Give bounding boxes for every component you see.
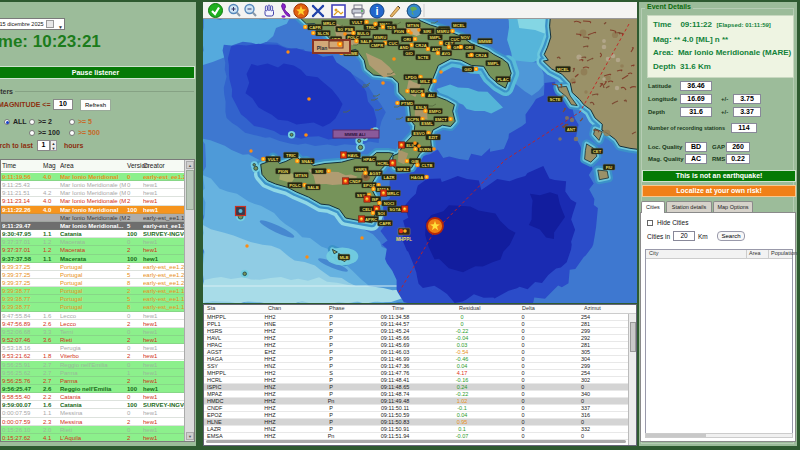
svg-text:CUC: CUC [450,37,459,42]
svg-text:PTMD: PTMD [401,101,413,106]
svg-text:ANT: ANT [432,47,441,52]
svg-text:CUC: CUC [388,41,397,46]
svg-text:CNDF: CNDF [349,179,361,184]
svg-text:CLTB: CLTB [422,163,433,168]
svg-text:TRIC: TRIC [286,153,296,158]
svg-text:MLB: MLB [339,255,348,260]
svg-text:SGTA: SGTA [389,207,400,212]
svg-text:ORI: ORI [403,37,410,42]
svg-text:MMME ALI: MMME ALI [344,132,365,137]
svg-text:ECPN: ECPN [407,117,419,122]
svg-text:MTSN: MTSN [407,23,419,28]
svg-text:PLAC: PLAC [497,77,508,82]
svg-text:ISP: ISP [372,197,379,202]
svg-text:CET: CET [593,149,602,154]
svg-text:MRLC: MRLC [323,21,335,26]
svg-text:SIRI: SIRI [423,29,431,34]
svg-text:SCTE: SCTE [417,55,428,60]
svg-text:SLCN: SLCN [317,31,328,36]
svg-text:GIO: GIO [464,67,472,72]
svg-text:CAFR: CAFR [309,25,321,30]
svg-text:ESML: ESML [421,121,433,126]
svg-text:CRJA: CRJA [475,53,486,58]
svg-text:AGST: AGST [369,171,381,176]
svg-text:Plan: Plan [317,45,328,51]
svg-text:NOCI: NOCI [384,201,394,206]
svg-text:ALI: ALI [428,93,435,98]
svg-text:CMPR: CMPR [371,43,383,48]
svg-text:ESVO: ESVO [413,131,425,136]
svg-text:SCTE: SCTE [549,97,560,102]
svg-text:VULT: VULT [268,157,279,162]
svg-text:AND: AND [399,45,408,50]
svg-text:LAZR: LAZR [383,175,394,180]
svg-text:SOI: SOI [377,211,384,216]
svg-text:GIO: GIO [405,51,413,56]
svg-text:EMFO: EMFO [429,109,442,114]
svg-text:FIU: FIU [606,165,613,170]
svg-text:MPAZ: MPAZ [397,167,409,172]
svg-text:SMPL: SMPL [487,61,499,66]
svg-text:HAVL: HAVL [347,153,359,158]
svg-text:MCEL: MCEL [557,67,569,72]
svg-text:ANT: ANT [567,127,576,132]
svg-text:LPDG: LPDG [405,75,417,80]
svg-text:VULT: VULT [352,20,363,25]
svg-text:CRJA: CRJA [415,43,426,48]
svg-text:MRLC: MRLC [387,191,399,196]
svg-text:PSB: PSB [345,27,354,32]
svg-text:MMME: MMME [478,39,491,44]
svg-text:MUCR: MUCR [411,89,424,94]
svg-text:SMPL: SMPL [429,35,441,40]
svg-text:MILZ: MILZ [420,79,430,84]
svg-text:HAGA: HAGA [411,175,423,180]
svg-text:i: i [375,5,378,17]
svg-text:EMCT: EMCT [435,117,447,122]
svg-text:ORI: ORI [465,45,472,50]
svg-text:AVG: AVG [442,51,451,56]
svg-text:SIRI: SIRI [315,169,323,174]
svg-text:MCEL: MCEL [453,23,465,28]
svg-text:HPAC: HPAC [363,157,375,162]
svg-text:BULG: BULG [357,31,369,36]
svg-text:HCRL: HCRL [377,161,389,166]
svg-text:PIGN: PIGN [278,169,288,174]
svg-text:SNAL: SNAL [301,159,313,164]
svg-text:MHPPL: MHPPL [396,237,412,242]
svg-text:CELI: CELI [362,207,372,212]
svg-text:POLC: POLC [289,183,301,188]
svg-text:APRC: APRC [365,217,377,222]
svg-text:EZIT: EZIT [428,135,438,140]
svg-text:SALB: SALB [307,185,318,190]
svg-text:NOV: NOV [460,35,469,40]
svg-text:MTSN: MTSN [295,173,307,178]
svg-text:CAFR: CAFR [379,221,391,226]
svg-text:EVRN: EVRN [419,147,431,152]
svg-text:TDS: TDS [387,25,396,30]
svg-text:MSRU: MSRU [437,29,449,34]
svg-text:MSRU: MSRU [374,35,386,40]
